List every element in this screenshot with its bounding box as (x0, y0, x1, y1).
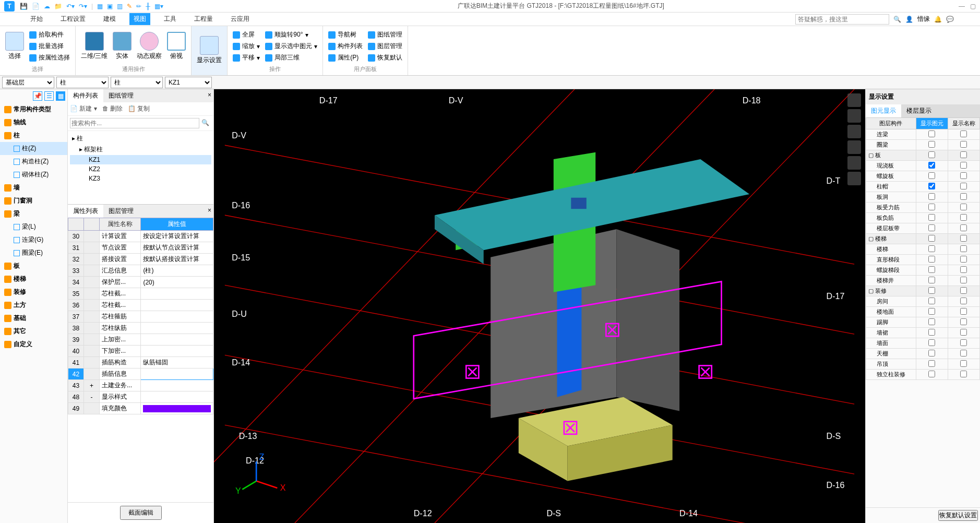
search-icon[interactable]: 🔍 (199, 118, 211, 128)
show-name-checkbox[interactable] (960, 224, 967, 231)
show-name-checkbox[interactable] (960, 245, 967, 252)
layer-row[interactable]: 板负筋 (866, 213, 980, 223)
show-name-checkbox[interactable] (960, 193, 967, 200)
show-element-checkbox[interactable] (928, 245, 935, 252)
show-element-checkbox[interactable] (928, 318, 935, 325)
property-row[interactable]: 34保护层...(20) (68, 277, 213, 288)
group-show-checkbox[interactable] (928, 287, 935, 294)
property-value[interactable]: 按设定计算设置计算 (141, 231, 213, 242)
nav-item[interactable]: 构造柱(Z) (0, 155, 67, 168)
layer-row[interactable]: 现浇板 (866, 161, 980, 171)
menu-tools[interactable]: 工具 (160, 13, 181, 25)
show-element-checkbox[interactable] (928, 360, 935, 367)
property-value[interactable] (141, 300, 213, 311)
layer-row[interactable]: 踢脚 (866, 317, 980, 328)
nav-item[interactable]: 墙 (0, 181, 67, 194)
layer-row[interactable]: 吊顶 (866, 359, 980, 370)
nav-item[interactable]: 圈梁(E) (0, 246, 67, 259)
property-row[interactable]: 35芯柱截... (68, 288, 213, 300)
layer-row[interactable]: 柱帽 (866, 182, 980, 192)
select-by-property-button[interactable]: 按属性选择 (28, 53, 71, 63)
qat-ruler-icon[interactable]: ╫ (146, 3, 150, 10)
nav-item[interactable]: 梁(L) (0, 220, 67, 233)
layer-row[interactable]: 楼层板带 (866, 223, 980, 234)
layer-row[interactable]: 楼梯井 (866, 276, 980, 286)
show-element-checkbox[interactable] (928, 256, 935, 263)
layer-group-row[interactable]: ▢ 板 (866, 150, 980, 161)
layer-row[interactable]: 墙面 (866, 338, 980, 349)
nav-item[interactable]: 装修 (0, 286, 67, 299)
property-row[interactable]: 38芯柱纵筋 (68, 323, 213, 334)
nav-pin-icon[interactable]: 📌 (33, 91, 42, 101)
property-row[interactable]: 32搭接设置按默认搭接设置计算 (68, 254, 213, 265)
nav-item[interactable]: 梁 (0, 207, 67, 220)
nav-item[interactable]: 其它 (0, 325, 67, 338)
layer-row[interactable]: 板受力筋 (866, 203, 980, 213)
name-select[interactable]: KZ1 (165, 77, 212, 88)
new-button[interactable]: 📄 新建 ▾ (70, 104, 97, 113)
layer-row[interactable]: 楼梯 (866, 244, 980, 255)
group-show-checkbox[interactable] (928, 151, 935, 158)
orbit-button[interactable]: 动态观察 (136, 31, 163, 62)
property-button[interactable]: 属性(P) (327, 53, 364, 63)
tree-item[interactable]: ▸ 框架柱 (70, 144, 211, 155)
property-row[interactable]: 39上加密... (68, 334, 213, 346)
nav-item[interactable]: 常用构件类型 (0, 103, 67, 116)
layer-row[interactable]: 螺旋板 (866, 171, 980, 182)
layer-row[interactable]: 圈梁 (866, 140, 980, 150)
copy-button[interactable]: 📋 复制 (128, 104, 150, 113)
minimize-button[interactable]: — (959, 3, 965, 10)
show-name-checkbox[interactable] (960, 183, 967, 189)
qat-tool5-icon[interactable]: ✏ (136, 3, 141, 10)
nav-grid-icon[interactable]: ▦ (56, 91, 65, 101)
nav-tree-button[interactable]: 导航树 (327, 30, 364, 40)
menu-quantity[interactable]: 工程量 (190, 13, 217, 25)
show-element-checkbox[interactable] (928, 339, 935, 346)
layer-group-row[interactable]: ▢ 楼梯 (866, 234, 980, 244)
property-row[interactable]: 36芯柱截... (68, 300, 213, 311)
property-row[interactable]: 30计算设置按设定计算设置计算 (68, 231, 213, 242)
layer-row[interactable]: 房间 (866, 296, 980, 307)
bell-icon[interactable]: 🔔 (934, 16, 942, 23)
show-element-checkbox[interactable] (928, 298, 935, 304)
property-value[interactable]: 按默认搭接设置计算 (141, 254, 213, 265)
fullscreen-button[interactable]: 全屏 (232, 30, 261, 40)
property-value[interactable]: (20) (141, 277, 213, 288)
category-select[interactable]: 柱 (56, 77, 109, 88)
maximize-button[interactable]: ▢ (970, 3, 976, 10)
nav-zoom-icon[interactable] (847, 172, 861, 185)
nav-rotate-icon[interactable] (847, 140, 861, 154)
pan-button[interactable]: 平移 ▾ (232, 53, 261, 63)
floor-select[interactable]: 基础层 (2, 77, 54, 88)
nav-item[interactable]: 连梁(G) (0, 233, 67, 246)
local-3d-button[interactable]: 局部三维 (264, 53, 318, 63)
show-name-checkbox[interactable] (960, 318, 967, 325)
panel-close-button[interactable]: × (206, 205, 213, 218)
search-icon[interactable]: 🔍 (893, 16, 901, 23)
qat-save-icon[interactable]: 💾 (20, 3, 28, 10)
qat-tool1-icon[interactable]: ▦ (97, 3, 103, 10)
group-show-checkbox[interactable] (928, 235, 935, 242)
nav-home-icon[interactable] (847, 109, 861, 123)
restore-default-button[interactable]: 恢复默认 (367, 53, 403, 63)
layer-manage-button[interactable]: 图层管理 (367, 41, 403, 51)
property-value[interactable] (141, 403, 213, 414)
tree-item[interactable]: KZ1 (70, 155, 211, 164)
nav-item[interactable]: 门窗洞 (0, 194, 67, 207)
show-name-checkbox[interactable] (960, 371, 967, 377)
property-row[interactable]: 40下加密... (68, 346, 213, 357)
help-search-input[interactable] (795, 14, 889, 25)
show-name-checkbox[interactable] (960, 130, 967, 137)
zoom-button[interactable]: 缩放 ▾ (232, 41, 261, 51)
show-element-checkbox[interactable] (928, 183, 935, 189)
show-name-checkbox[interactable] (960, 256, 967, 263)
qat-tool6-icon[interactable]: ▦▾ (154, 3, 163, 10)
show-name-checkbox[interactable] (960, 339, 967, 346)
layer-row[interactable]: 独立柱装修 (866, 370, 980, 380)
show-element-checkbox[interactable] (928, 130, 935, 137)
show-element-checkbox[interactable] (928, 204, 935, 210)
show-element-checkbox[interactable] (928, 141, 935, 148)
show-selected-button[interactable]: 显示选中图元 ▾ (264, 41, 318, 51)
batch-select-button[interactable]: 批量选择 (28, 41, 71, 51)
property-row[interactable]: 48-显示样式 (68, 391, 213, 403)
